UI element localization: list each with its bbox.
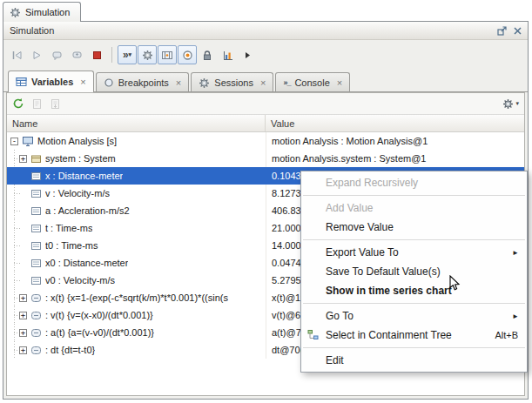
refresh-button[interactable]: [12, 97, 24, 110]
tab-variables[interactable]: Variables×: [8, 71, 94, 92]
row-label: : a(t) {a=(v-v0)/(dt*0.001)}: [45, 327, 154, 338]
row-name-cell: +: dt {dt=t-t0}: [7, 341, 266, 359]
row-label: : x(t) {x=1-(exp(-c*sqrt(k/m)*t*0.001)*(…: [45, 292, 228, 303]
plus-expander-icon[interactable]: +: [19, 346, 27, 354]
gear-icon: [10, 7, 21, 18]
column-header-value[interactable]: Value: [266, 115, 524, 131]
slot-icon: [30, 224, 42, 233]
overflow-arrow-button[interactable]: [238, 45, 257, 64]
slot-icon: [30, 259, 42, 268]
menu-item-select-in-containment-tree[interactable]: Select in Containment TreeAlt+B: [301, 326, 527, 345]
export-icon: [31, 98, 43, 110]
row-value: motion Analysis.system : System@1: [266, 150, 524, 167]
menu-item-label: Export Value To: [326, 246, 399, 259]
import-button[interactable]: [50, 98, 61, 110]
row-name-cell: -Motion Analysis [s]: [7, 132, 266, 150]
step-back-button[interactable]: [7, 45, 26, 64]
row-name-cell: +system : System: [7, 150, 266, 167]
row-label: system : System: [45, 153, 116, 164]
menu-item-edit[interactable]: Edit: [301, 351, 527, 370]
menu-item-label: Expand Recursively: [326, 177, 418, 189]
settings-menu-button[interactable]: ▾: [502, 98, 519, 110]
row-name-cell: +: a(t) {a=(v-v0)/(dt*0.001)}: [7, 324, 266, 341]
plus-expander-icon[interactable]: +: [19, 329, 27, 337]
document-tab-label: Simulation: [25, 7, 70, 17]
import-icon: [50, 98, 61, 110]
float-icon[interactable]: [497, 26, 507, 36]
menu-item-label: Edit: [326, 354, 344, 366]
tab-breakpoints[interactable]: Breakpoints×: [96, 72, 190, 92]
constraint-icon: [30, 346, 42, 355]
slot-icon: [30, 206, 42, 216]
chart-button[interactable]: [218, 45, 237, 64]
menu-item-label: Save To Default Value(s): [326, 265, 441, 278]
export-button[interactable]: [31, 98, 43, 110]
close-icon[interactable]: [514, 27, 522, 35]
chevrons-button[interactable]: »▾: [118, 45, 137, 64]
main-toolbar: »▾: [3, 40, 528, 70]
menu-item-go-to[interactable]: Go To►: [301, 306, 527, 326]
menu-item-label: Remove Value: [326, 221, 394, 233]
menu-separator: [303, 239, 525, 240]
document-tab-simulation[interactable]: Simulation: [3, 2, 81, 22]
row-name-cell: x : Distance-meter: [7, 167, 266, 185]
menu-item-show-in-time-series-chart[interactable]: Show in time series chart: [301, 281, 527, 300]
menu-item-save-to-default-value-s[interactable]: Save To Default Value(s): [301, 262, 527, 281]
row-name-cell: v : Velocity-m/s: [7, 185, 266, 202]
tab-close-icon[interactable]: ×: [260, 77, 266, 88]
plus-expander-icon[interactable]: +: [19, 155, 27, 163]
step-back-icon: [10, 49, 24, 62]
constraint-icon: [30, 293, 42, 303]
tab-label: Variables: [31, 77, 73, 87]
plus-expander-icon[interactable]: +: [19, 312, 27, 319]
constraint-icon: [30, 328, 42, 338]
plus-expander-icon[interactable]: +: [19, 294, 27, 302]
tab-label: Console: [294, 77, 329, 88]
menu-separator: [303, 303, 525, 304]
gear-button[interactable]: [138, 45, 157, 64]
row-name-cell: v0 : Velocity-m/s: [7, 272, 266, 289]
row-label: t0 : Time-ms: [45, 240, 98, 251]
tab-close-icon[interactable]: ×: [337, 77, 342, 88]
menu-item-export-value-to[interactable]: Export Value To►: [301, 243, 527, 262]
settings-gear-icon: [502, 98, 514, 110]
tab-label: Breakpoints: [118, 77, 169, 88]
menu-item-label: Add Value: [326, 202, 374, 214]
tab-close-icon[interactable]: ×: [80, 77, 85, 87]
row-label: Motion Analysis [s]: [37, 136, 117, 146]
containment-tree-icon: [307, 329, 319, 340]
step-over-button[interactable]: [47, 45, 66, 64]
step-out-button[interactable]: [67, 45, 86, 64]
minus-expander-icon[interactable]: -: [10, 138, 18, 145]
row-name-cell: a : Accleration-m/s2: [7, 202, 266, 219]
table-row[interactable]: -Motion Analysis [s]motion Analysis : Mo…: [7, 132, 524, 150]
record-button[interactable]: [178, 45, 197, 64]
part-icon: [30, 154, 42, 164]
row-label: v : Velocity-m/s: [45, 188, 110, 198]
menu-item-label: Show in time series chart: [326, 285, 452, 297]
play-button[interactable]: [27, 45, 46, 64]
menu-item-remove-value[interactable]: Remove Value: [301, 218, 527, 237]
tab-sessions[interactable]: Sessions×: [191, 72, 273, 92]
menu-shortcut: Alt+B: [495, 330, 518, 340]
slot-icon: [30, 171, 42, 181]
terminate-button[interactable]: [87, 45, 106, 64]
menu-separator: [303, 195, 525, 196]
table-header: Name Value: [7, 115, 524, 132]
tab-console[interactable]: »_Console×: [275, 72, 350, 92]
table-row[interactable]: +system : Systemmotion Analysis.system :…: [7, 150, 524, 167]
row-label: v0 : Velocity-m/s: [45, 275, 115, 285]
column-header-name[interactable]: Name: [7, 115, 266, 131]
toolbar-separator: [111, 47, 112, 63]
simulation-window: Simulation Simulation »▾ Variables×Break…: [0, 0, 532, 403]
tab-close-icon[interactable]: ×: [176, 77, 181, 88]
breakpoint-icon: [104, 77, 114, 88]
row-value: motion Analysis : Motion Analysis@1: [266, 132, 524, 150]
chevrons-icon: »▾: [123, 50, 131, 59]
menu-item-add-value: Add Value: [301, 198, 527, 218]
animation-button[interactable]: [158, 45, 177, 64]
constraint-icon: [30, 311, 42, 320]
chevron-down-icon: ▾: [515, 100, 519, 107]
row-name-cell: t : Time-ms: [7, 219, 266, 237]
lock-button[interactable]: [198, 45, 217, 64]
